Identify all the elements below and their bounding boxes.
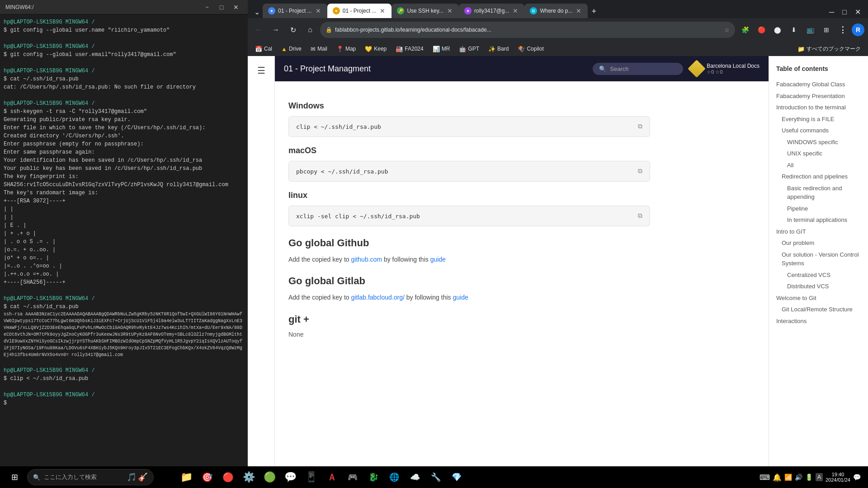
bookmark-mr[interactable]: 📊 MR bbox=[429, 45, 454, 53]
taskbar-clock[interactable]: 19:40 2024/01/24 bbox=[826, 472, 850, 483]
taskbar-spotify[interactable]: 🟢 bbox=[259, 467, 279, 487]
drive-icon: ▲ bbox=[281, 46, 287, 52]
toc-redirection[interactable]: Redirection and pipelines bbox=[776, 171, 861, 183]
tab-1-close[interactable]: ✕ bbox=[315, 6, 322, 15]
taskbar-icon-3[interactable]: 🔴 bbox=[218, 467, 238, 487]
doc-area[interactable]: 01 - Project Managment 🔍 Search Barcelon… bbox=[275, 56, 769, 488]
toc-our-problem[interactable]: Our problem bbox=[776, 237, 861, 249]
bookmark-copilot[interactable]: 🪁 Copilot bbox=[514, 45, 547, 53]
bookmark-cal[interactable]: 📅 Cal bbox=[251, 45, 276, 53]
tab-4-close[interactable]: ✕ bbox=[512, 6, 519, 15]
github-guide-link[interactable]: guide bbox=[430, 256, 446, 263]
toc-distributed-vcs[interactable]: Distributed VCS bbox=[776, 281, 861, 292]
taskbar-whatsapp[interactable]: 📱 bbox=[301, 467, 321, 487]
bookmark-mail[interactable]: ✉ Mail bbox=[307, 45, 331, 53]
window-minimize-btn[interactable]: ─ bbox=[826, 6, 838, 18]
toc-welcome-git[interactable]: Welcome to Git bbox=[776, 292, 861, 304]
taskbar-search[interactable]: 🔍 ここに入力して検索 🎵 🎸 bbox=[27, 469, 154, 485]
toc-pipeline[interactable]: Pipeline bbox=[776, 203, 861, 215]
bookmark-all[interactable]: 📁 すべてのブックマーク bbox=[794, 44, 864, 54]
toc-intro-git[interactable]: Intro to GIT bbox=[776, 226, 861, 238]
taskbar-icon-f[interactable]: 💎 bbox=[447, 467, 467, 487]
start-button[interactable]: ⊞ bbox=[4, 468, 25, 486]
taskbar-chrome[interactable]: 🌐 bbox=[384, 467, 404, 487]
toc-unix-specific[interactable]: UNIX specific bbox=[776, 148, 861, 160]
doc-search[interactable]: 🔍 Search bbox=[593, 63, 683, 75]
taskbar-line[interactable]: 💬 bbox=[280, 467, 300, 487]
tab-3-close[interactable]: ✕ bbox=[446, 6, 453, 15]
toc-fabacademy-global[interactable]: Fabacademy Global Class bbox=[776, 79, 861, 90]
terminal-close-btn[interactable]: ✕ bbox=[230, 3, 242, 12]
toc-terminal-apps[interactable]: In terminal applications bbox=[776, 214, 861, 226]
taskbar-icon-b[interactable]: 🎮 bbox=[343, 467, 363, 487]
taskbar-icon-d[interactable]: ☁️ bbox=[405, 467, 425, 487]
address-bar[interactable]: 🔒 fablabbcn-projects.gitlab.io/learning/… bbox=[320, 22, 735, 38]
new-tab-btn[interactable]: + bbox=[590, 5, 598, 18]
tab-5[interactable]: ⊞ Where do p... ✕ bbox=[524, 4, 588, 18]
more-icon[interactable]: ⋮ bbox=[835, 23, 850, 37]
grid-icon[interactable]: ⊞ bbox=[819, 23, 834, 37]
tab-expand-btn[interactable]: ⌄ bbox=[251, 6, 263, 18]
gitlab-link[interactable]: gitlab.fabcloud.org/ bbox=[351, 294, 405, 301]
macos-copy-btn[interactable]: ⧉ bbox=[638, 168, 642, 175]
bookmark-fa2024[interactable]: 🏭 FA2024 bbox=[392, 45, 427, 53]
hamburger-menu-icon[interactable]: ☰ bbox=[254, 61, 269, 80]
bookmark-gpt[interactable]: 🤖 GPT bbox=[455, 45, 483, 53]
tab-4[interactable]: ● rolly3417@g... ✕ bbox=[459, 4, 525, 18]
tab-3[interactable]: 🔑 Use SSH key... ✕ bbox=[392, 4, 458, 18]
cast-icon[interactable]: 📺 bbox=[803, 23, 817, 37]
toc-centralized-vcs[interactable]: Centralized VCS bbox=[776, 269, 861, 281]
tab-5-close[interactable]: ✕ bbox=[575, 6, 582, 15]
toc-basic-redirection[interactable]: Basic redirection and appending bbox=[776, 183, 861, 203]
back-btn[interactable]: ← bbox=[251, 23, 266, 37]
forward-btn[interactable]: → bbox=[269, 23, 283, 37]
bookmark-star-icon[interactable]: ☆ bbox=[724, 27, 730, 33]
tab-2[interactable]: ● 01 - Project ... ✕ bbox=[327, 4, 392, 18]
tray-sound[interactable]: 🔊 bbox=[795, 474, 802, 481]
tab-2-close[interactable]: ✕ bbox=[379, 6, 386, 15]
download-icon[interactable]: ⬇ bbox=[787, 23, 801, 37]
taskbar-icon-a[interactable]: Ａ bbox=[322, 467, 342, 487]
profile-circle-icon[interactable]: ⬤ bbox=[770, 23, 785, 37]
taskbar-icon-2[interactable]: 🎯 bbox=[197, 467, 217, 487]
bookmark-drive[interactable]: ▲ Drive bbox=[278, 45, 305, 53]
taskbar-settings[interactable]: ⚙️ bbox=[239, 467, 259, 487]
tray-ime[interactable]: A bbox=[816, 473, 823, 481]
terminal-minimize-btn[interactable]: － bbox=[201, 3, 213, 12]
profile-avatar[interactable]: R bbox=[852, 23, 864, 36]
tray-wifi[interactable]: 📶 bbox=[784, 474, 792, 481]
taskbar-icon-c[interactable]: 🐉 bbox=[363, 467, 383, 487]
bookmark-bard[interactable]: ✨ Bard bbox=[485, 45, 512, 53]
home-btn[interactable]: ⌂ bbox=[303, 23, 317, 37]
taskbar-explorer[interactable]: 📁 bbox=[176, 467, 196, 487]
terminal-maximize-btn[interactable]: □ bbox=[215, 3, 228, 12]
terminal-content[interactable]: hp@LAPTOP-LSK15B9G MINGW64 / $ git confi… bbox=[0, 14, 248, 488]
toc-intro-terminal[interactable]: Introduction to the terminal bbox=[776, 102, 861, 113]
gitlab-guide-link[interactable]: guide bbox=[453, 294, 468, 301]
tray-notification-btn[interactable]: 💬 bbox=[853, 474, 861, 481]
windows-copy-btn[interactable]: ⧉ bbox=[638, 123, 642, 130]
tab-1[interactable]: ● 01 - Project ... ✕ bbox=[263, 4, 327, 18]
toc-git-local-remote[interactable]: Git Local/Remote Structure bbox=[776, 304, 861, 315]
profile-red-icon[interactable]: 🔴 bbox=[754, 23, 769, 37]
bookmark-map[interactable]: 📍 Map bbox=[333, 45, 359, 53]
toc-windows-specific[interactable]: WINDOWS specific bbox=[776, 136, 861, 148]
toc-all[interactable]: All bbox=[776, 160, 861, 171]
diamond-logo-icon bbox=[688, 60, 706, 78]
reload-btn[interactable]: ↻ bbox=[286, 23, 300, 37]
extensions-icon[interactable]: 🧩 bbox=[738, 23, 752, 37]
toc-useful-commands[interactable]: Useful commands bbox=[776, 125, 861, 136]
bookmark-keep[interactable]: 💛 Keep bbox=[361, 45, 390, 53]
taskbar-icon-e[interactable]: 🔧 bbox=[426, 467, 446, 487]
toc-interactions[interactable]: Interactions bbox=[776, 315, 861, 327]
window-maximize-btn[interactable]: □ bbox=[839, 6, 850, 18]
taskbar-task-view[interactable]: ⧉ bbox=[156, 467, 175, 487]
window-close-btn[interactable]: ✕ bbox=[851, 6, 864, 18]
toc-our-solution[interactable]: Our solution - Version Control Systems bbox=[776, 249, 861, 269]
terminal-line: Enter file in which to save the key (/C/… bbox=[4, 124, 244, 132]
linux-copy-btn[interactable]: ⧉ bbox=[638, 212, 642, 220]
github-link[interactable]: github.com bbox=[351, 256, 382, 263]
toc-everything-file[interactable]: Everything is a FILE bbox=[776, 113, 861, 125]
toc-fabacademy-presentation[interactable]: Fabacademy Presentation bbox=[776, 90, 861, 102]
doc-header: 01 - Project Managment 🔍 Search Barcelon… bbox=[275, 56, 769, 81]
